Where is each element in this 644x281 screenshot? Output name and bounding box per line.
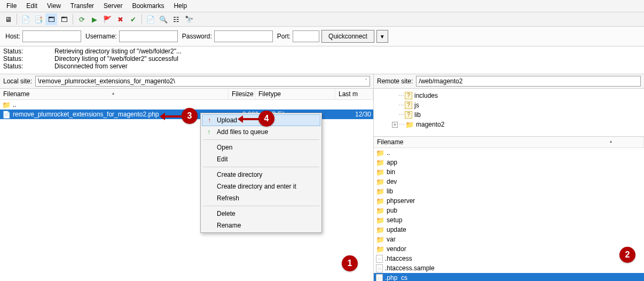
- context-menu-item[interactable]: Refresh: [202, 192, 320, 204]
- tree-expand-icon[interactable]: +: [392, 122, 398, 128]
- menu-item-label: Create directory: [217, 171, 262, 178]
- filter-icon[interactable]: 🔭: [183, 13, 195, 25]
- list-item[interactable]: 📁vendor: [374, 244, 644, 254]
- col-filename[interactable]: Filename: [0, 89, 229, 99]
- sync-icon[interactable]: ☷: [170, 13, 182, 25]
- file-icon: ▭: [376, 274, 383, 282]
- list-item[interactable]: 📁app: [374, 158, 644, 167]
- list-item[interactable]: ▭.php_cs: [374, 273, 644, 281]
- toggle-log-icon[interactable]: 📄: [20, 13, 32, 25]
- list-item[interactable]: 📁bin: [374, 167, 644, 177]
- context-menu-item[interactable]: Create directory and enter it: [202, 181, 320, 192]
- password-input[interactable]: [214, 30, 273, 42]
- remote-pane: Remote site: ⋯?includes ⋯?js ⋯?lib +⋯📁ma…: [374, 74, 644, 281]
- toolbar-separator: [142, 14, 142, 25]
- quickconnect-button[interactable]: Quickconnect: [321, 30, 374, 43]
- tree-node-label[interactable]: js: [414, 102, 419, 109]
- list-item[interactable]: ▭.htaccess: [374, 254, 644, 263]
- tree-node-label[interactable]: lib: [414, 111, 421, 119]
- context-menu-item[interactable]: Rename: [202, 220, 320, 231]
- context-menu-item[interactable]: Delete: [202, 208, 320, 220]
- list-item[interactable]: 📁dev: [374, 177, 644, 186]
- list-item[interactable]: 📁lib: [374, 186, 644, 196]
- menu-server[interactable]: Server: [99, 1, 127, 11]
- list-item[interactable]: 📁pub: [374, 206, 644, 215]
- filename-cell: lib: [387, 188, 393, 195]
- password-label: Password:: [182, 33, 212, 40]
- process-queue-icon[interactable]: ▶: [89, 13, 100, 25]
- list-item[interactable]: 📁update: [374, 225, 644, 235]
- refresh-icon[interactable]: ⟳: [76, 13, 88, 25]
- toolbar: 🖥 📄 📑 🗔 🗔 ⟳ ▶ 🚩 ✖ ✔ 📄 🔍 ☷ 🔭: [0, 12, 644, 27]
- tree-node-label[interactable]: includes: [414, 92, 438, 99]
- menu-item-label: Add files to queue: [217, 128, 268, 136]
- port-input[interactable]: [293, 30, 319, 42]
- list-item[interactable]: 📁var: [374, 235, 644, 244]
- quickconnect-bar: Host: Username: Password: Port: Quickcon…: [0, 27, 644, 46]
- search-icon[interactable]: 🔍: [158, 13, 169, 25]
- menu-separator: [203, 167, 319, 167]
- folder-icon: 📁: [376, 168, 384, 176]
- menu-view[interactable]: View: [43, 1, 65, 11]
- remote-tree[interactable]: ⋯?includes ⋯?js ⋯?lib +⋯📁magento2: [374, 89, 644, 137]
- toggle-tree-icon[interactable]: 📑: [33, 13, 44, 25]
- compare-icon[interactable]: 📄: [145, 13, 156, 25]
- list-item[interactable]: 📁..: [374, 148, 644, 158]
- annotation-badge-1: 1: [342, 255, 358, 271]
- local-path-input[interactable]: [35, 76, 370, 87]
- menu-help[interactable]: Help: [169, 1, 191, 11]
- col-filename[interactable]: Filename: [374, 137, 644, 147]
- folder-icon: 📁: [376, 206, 384, 215]
- list-item[interactable]: 📁setup: [374, 215, 644, 225]
- annotation-badge-3: 3: [182, 108, 198, 124]
- folder-icon: 📁: [2, 100, 11, 109]
- quickconnect-dropdown[interactable]: ▼: [376, 30, 388, 43]
- log-text: Disconnected from server: [54, 63, 128, 70]
- toggle-queue-icon[interactable]: 🗔: [45, 13, 57, 25]
- local-site-label: Local site:: [3, 77, 32, 85]
- sitemanager-icon[interactable]: 🖥: [2, 13, 14, 25]
- port-label: Port:: [277, 33, 290, 40]
- list-item[interactable]: 📁phpserver: [374, 196, 644, 206]
- context-menu-item[interactable]: Create directory: [202, 169, 320, 181]
- remote-path-input[interactable]: [416, 76, 641, 87]
- context-menu-item[interactable]: ↑Add files to queue: [202, 126, 320, 138]
- reconnect-icon[interactable]: ✔: [127, 13, 139, 25]
- unknown-folder-icon: ?: [405, 111, 412, 119]
- list-item[interactable]: ▭.htaccess.sample: [374, 263, 644, 273]
- disconnect-icon[interactable]: ✖: [114, 13, 126, 25]
- username-input[interactable]: [119, 30, 178, 42]
- folder-icon: 📁: [376, 225, 384, 234]
- remote-filelist[interactable]: 📁..📁app📁bin📁dev📁lib📁phpserver📁pub📁setup📁…: [374, 148, 644, 281]
- col-filetype[interactable]: Filetype: [255, 89, 335, 99]
- chevron-down-icon[interactable]: ˇ: [365, 79, 367, 84]
- toggle-remote-icon[interactable]: 🗔: [58, 13, 70, 25]
- menu-bookmarks[interactable]: Bookmarks: [128, 1, 168, 11]
- folder-icon: 📁: [376, 177, 384, 186]
- menu-transfer[interactable]: Transfer: [66, 1, 98, 11]
- menu-separator: [203, 206, 319, 206]
- filename-cell: ..: [13, 101, 232, 108]
- annotation-arrow: [239, 118, 260, 120]
- menu-file[interactable]: File: [2, 1, 21, 11]
- filename-cell: var: [387, 236, 396, 243]
- tree-node-label[interactable]: magento2: [416, 121, 444, 128]
- filename-cell: .php_cs: [385, 274, 407, 281]
- filename-cell: bin: [387, 168, 395, 176]
- folder-icon: 📁: [376, 197, 384, 205]
- folder-icon: 📁: [376, 187, 384, 196]
- col-lastmod[interactable]: Last m: [335, 89, 373, 99]
- filename-cell: vendor: [387, 245, 406, 253]
- context-menu-item[interactable]: Edit: [202, 153, 320, 165]
- col-filesize[interactable]: Filesize: [229, 89, 255, 99]
- menu-item-label: Refresh: [217, 194, 239, 202]
- context-menu: ↑Upload↑Add files to queueOpenEditCreate…: [200, 113, 322, 233]
- filename-cell: phpserver: [387, 197, 415, 205]
- menu-item-label: Open: [217, 144, 232, 151]
- menu-edit[interactable]: Edit: [22, 1, 42, 11]
- host-input[interactable]: [22, 30, 81, 42]
- cancel-icon[interactable]: 🚩: [101, 13, 113, 25]
- folder-icon: 📁: [376, 158, 384, 167]
- context-menu-item[interactable]: Open: [202, 142, 320, 153]
- filename-cell: .htaccess.sample: [385, 264, 435, 272]
